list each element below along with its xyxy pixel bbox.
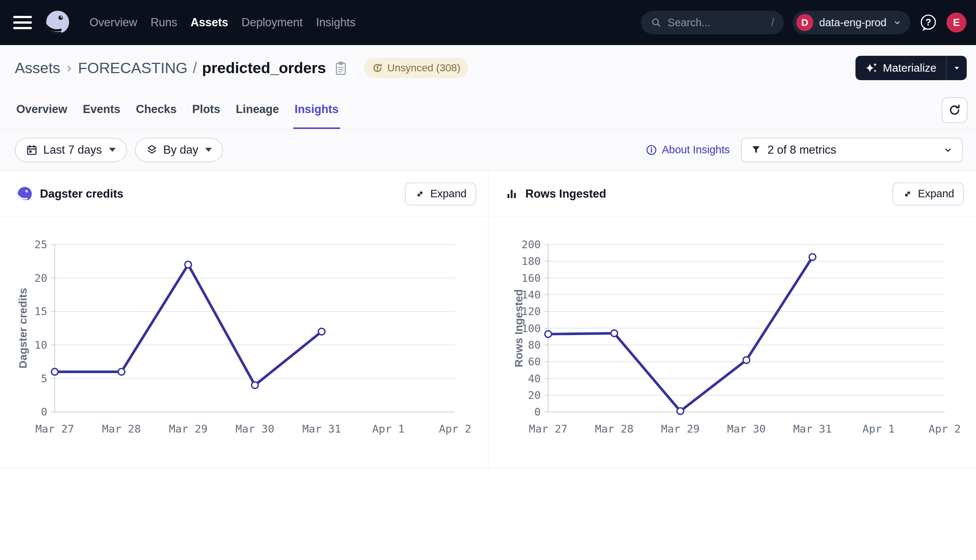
chart-panel-header: Rows Ingested Expand: [488, 171, 976, 217]
svg-text:20: 20: [34, 272, 47, 285]
date-range-button[interactable]: Last 7 days: [15, 138, 127, 162]
materialize-button[interactable]: Materialize: [856, 56, 946, 80]
chart-title: Dagster credits: [40, 187, 124, 201]
chart-area: 0510152025Mar 27Mar 28Mar 29Mar 30Mar 31…: [0, 217, 488, 468]
svg-text:Mar 31: Mar 31: [793, 423, 832, 435]
svg-text:Apr 2: Apr 2: [439, 423, 471, 435]
svg-text:5: 5: [41, 372, 47, 385]
user-avatar[interactable]: E: [946, 13, 966, 33]
tab-plots[interactable]: Plots: [191, 91, 222, 129]
svg-text:Mar 27: Mar 27: [529, 423, 568, 435]
svg-text:Mar 27: Mar 27: [35, 423, 74, 435]
svg-text:Apr 2: Apr 2: [929, 423, 961, 435]
expand-icon: [414, 188, 426, 200]
search-shortcut-hint: /: [771, 17, 774, 29]
svg-text:200: 200: [521, 238, 541, 251]
svg-text:180: 180: [521, 255, 541, 267]
asset-tabs: Overview Events Checks Plots Lineage Ins…: [0, 91, 976, 129]
svg-text:Mar 31: Mar 31: [302, 423, 341, 435]
materialize-dropdown-caret[interactable]: [946, 56, 967, 80]
expand-label: Expand: [430, 188, 466, 200]
status-badge[interactable]: Unsynced (308): [364, 58, 469, 78]
asset-name: predicted_orders: [202, 60, 326, 77]
about-insights-label: About Insights: [662, 144, 730, 156]
copy-asset-name-icon[interactable]: [334, 60, 348, 76]
filter-funnel-icon: [750, 145, 762, 155]
metrics-filter-select[interactable]: 2 of 8 metrics: [741, 138, 963, 162]
chart-area: 020406080100120140160180200Mar 27Mar 28M…: [488, 217, 976, 468]
bar-chart-icon: [505, 188, 518, 200]
svg-text:15: 15: [34, 305, 47, 318]
svg-text:25: 25: [34, 238, 47, 251]
expand-label: Expand: [918, 188, 954, 200]
dagster-logo-icon: [17, 186, 33, 202]
refresh-icon: [948, 103, 962, 117]
search-placeholder: Search...: [668, 17, 765, 29]
breadcrumb-chevron: ›: [67, 60, 71, 76]
line-chart-dagster-credits[interactable]: 0510152025Mar 27Mar 28Mar 29Mar 30Mar 31…: [0, 217, 488, 468]
caret-down-icon: [953, 63, 961, 72]
svg-text:Apr 1: Apr 1: [862, 423, 895, 435]
chart-panel-header: Dagster credits Expand: [0, 171, 488, 217]
caret-down-icon: [205, 148, 212, 152]
svg-text:40: 40: [528, 372, 541, 385]
nav-assets[interactable]: Assets: [191, 16, 229, 29]
asset-header: Assets › FORECASTING / predicted_orders …: [0, 45, 976, 91]
help-icon[interactable]: ?: [919, 13, 938, 32]
line-chart-rows-ingested[interactable]: 020406080100120140160180200Mar 27Mar 28M…: [488, 217, 976, 468]
layers-icon: [146, 144, 158, 156]
status-badge-label: Unsynced (308): [388, 62, 461, 74]
info-icon: [645, 144, 657, 156]
breadcrumb-group-link[interactable]: FORECASTING: [78, 60, 187, 77]
materialize-split-button: Materialize: [856, 56, 967, 80]
granularity-label: By day: [164, 143, 199, 157]
svg-text:80: 80: [528, 339, 541, 351]
tab-lineage[interactable]: Lineage: [234, 91, 281, 129]
sync-alert-icon: [372, 62, 383, 73]
chart-panel-dagster-credits: Dagster credits Expand 0510152025Mar 27M…: [0, 171, 488, 468]
nav-insights[interactable]: Insights: [316, 16, 356, 29]
chevron-down-icon: [943, 145, 953, 155]
top-navbar: Overview Runs Assets Deployment Insights…: [0, 0, 976, 45]
breadcrumb-assets-link[interactable]: Assets: [15, 60, 60, 77]
svg-text:Mar 30: Mar 30: [236, 423, 274, 435]
nav-deployment[interactable]: Deployment: [241, 16, 302, 29]
svg-text:160: 160: [521, 272, 541, 285]
svg-text:10: 10: [34, 339, 47, 351]
caret-down-icon: [109, 148, 116, 152]
svg-text:Mar 30: Mar 30: [727, 423, 766, 435]
deployment-switcher[interactable]: D data-eng-prod: [793, 11, 910, 34]
svg-text:Mar 28: Mar 28: [595, 423, 633, 435]
nav-overview[interactable]: Overview: [89, 16, 137, 29]
metrics-filter-label: 2 of 8 metrics: [767, 143, 937, 157]
tab-events[interactable]: Events: [81, 91, 122, 129]
svg-text:Mar 29: Mar 29: [169, 423, 208, 435]
tab-overview[interactable]: Overview: [15, 91, 69, 129]
chart-panel-rows-ingested: Rows Ingested Expand 0204060801001201401…: [488, 171, 976, 468]
svg-text:60: 60: [528, 355, 541, 368]
svg-text:Mar 29: Mar 29: [661, 423, 700, 435]
svg-text:Dagster credits: Dagster credits: [17, 288, 29, 369]
tab-insights[interactable]: Insights: [293, 91, 340, 129]
granularity-button[interactable]: By day: [135, 138, 223, 162]
about-insights-link[interactable]: About Insights: [645, 144, 730, 156]
deployment-initial-badge: D: [796, 14, 813, 31]
search-input[interactable]: Search... /: [641, 11, 784, 34]
dagster-logo-icon[interactable]: [43, 8, 72, 37]
search-icon: [651, 17, 662, 28]
breadcrumb-slash: /: [192, 60, 197, 77]
chart-title: Rows Ingested: [525, 187, 606, 201]
primary-nav: Overview Runs Assets Deployment Insights: [89, 16, 356, 29]
svg-text:0: 0: [534, 406, 540, 418]
materialize-label: Materialize: [883, 62, 936, 74]
expand-button[interactable]: Expand: [405, 182, 476, 205]
svg-text:Mar 28: Mar 28: [102, 423, 141, 435]
insights-toolbar: Last 7 days By day About Insights: [0, 129, 976, 171]
menu-icon[interactable]: [13, 14, 33, 31]
tab-checks[interactable]: Checks: [135, 91, 178, 129]
expand-button[interactable]: Expand: [892, 182, 964, 205]
sparkles-icon: [865, 62, 877, 74]
refresh-button[interactable]: [942, 97, 968, 123]
deployment-name: data-eng-prod: [819, 17, 887, 29]
nav-runs[interactable]: Runs: [150, 16, 177, 29]
